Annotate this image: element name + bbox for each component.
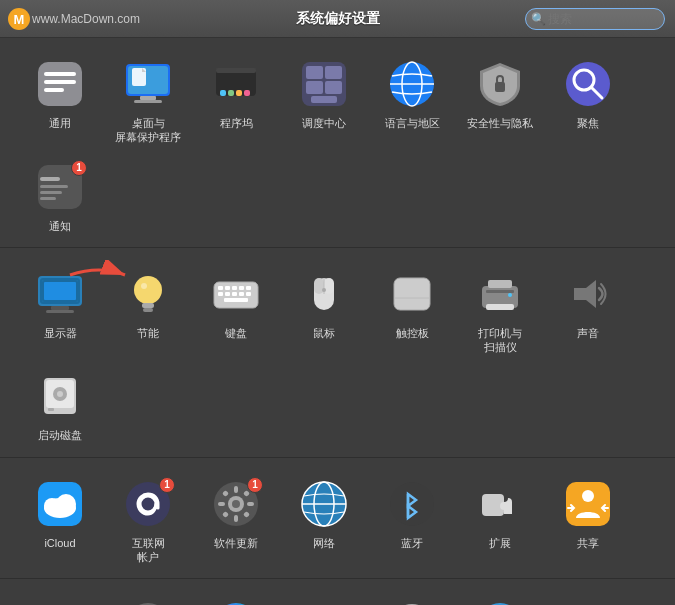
dock-icon [208,56,264,112]
extensions-icon [472,476,528,532]
pref-item-users[interactable]: 用户与群组 [16,591,104,605]
parental-icon [120,597,176,605]
pref-item-spotlight[interactable]: 聚焦 [544,50,632,134]
sound-label: 声音 [577,326,599,340]
pref-item-sharing[interactable]: 共享 [544,470,632,554]
section-4: 用户与群组 家长控制 [0,579,675,605]
svg-point-78 [57,391,63,397]
keyboard-icon [208,266,264,322]
svg-rect-43 [44,282,76,300]
extensions-label: 扩展 [489,536,511,550]
svg-text:M: M [14,12,25,27]
internetaccounts-icon: 1 [120,476,176,532]
mouse-label: 鼠标 [313,326,335,340]
svg-rect-92 [247,502,254,506]
language-icon [384,56,440,112]
svg-rect-71 [486,304,514,310]
section-1: 通用 桌面与 屏幕保护程序 [0,38,675,248]
svg-rect-53 [239,286,244,290]
pref-item-network[interactable]: 网络 [280,470,368,554]
section-3-inner: iCloud 1 互联网 帐户 [16,470,659,569]
pref-item-energy[interactable]: 节能 [104,260,192,344]
displays-icon [32,266,88,322]
section-2-inner: 显示器 节能 [16,260,659,447]
svg-rect-35 [40,191,62,194]
printers-icon [472,266,528,322]
pref-item-trackpad[interactable]: 触控板 [368,260,456,344]
sharing-label: 共享 [577,536,599,550]
softwareupdate-badge: 1 [247,477,263,493]
svg-rect-104 [566,482,610,526]
pref-item-general[interactable]: 通用 [16,50,104,134]
mouse-icon [296,266,352,322]
macdown-logo: M [8,8,30,30]
spotlight-icon [560,56,616,112]
search-icon: 🔍 [531,12,546,26]
sections-container: 通用 桌面与 屏幕保护程序 [0,38,675,605]
bluetooth-icon [384,476,440,532]
security-icon [472,56,528,112]
svg-rect-17 [244,90,250,96]
pref-item-internetaccounts[interactable]: 1 互联网 帐户 [104,470,192,569]
pref-item-timemachine[interactable]: 时间机器 [368,591,456,605]
svg-rect-50 [218,286,223,290]
search-bar: 🔍 [525,8,665,30]
pref-item-icloud[interactable]: iCloud [16,470,104,554]
svg-point-47 [141,283,147,289]
pref-item-keyboard[interactable]: 键盘 [192,260,280,344]
pref-item-mission[interactable]: 调度中心 [280,50,368,134]
pref-item-displays[interactable]: 显示器 [16,260,104,344]
pref-item-printers[interactable]: 打印机与 扫描仪 [456,260,544,359]
pref-item-notifications[interactable]: 1 通知 [16,153,104,237]
pref-item-accessibility[interactable]: 辅助功能 [456,591,544,605]
pref-item-extensions[interactable]: 扩展 [456,470,544,554]
language-label: 语言与地区 [385,116,440,130]
pref-item-startup[interactable]: 启动磁盘 [16,362,104,446]
svg-rect-39 [51,306,69,310]
displays-label: 显示器 [44,326,77,340]
dock-label: 程序坞 [220,116,253,130]
pref-item-security[interactable]: 安全性与隐私 [456,50,544,134]
pref-item-siri[interactable]: Siri [192,591,280,605]
security-label: 安全性与隐私 [467,116,533,130]
pref-item-sound[interactable]: 声音 [544,260,632,344]
svg-rect-62 [314,278,324,294]
svg-rect-76 [48,408,54,411]
keyboard-label: 键盘 [225,326,247,340]
pref-item-datetime[interactable]: JUL 18 日期与时间 [280,591,368,605]
pref-item-language[interactable]: 语言与地区 [368,50,456,134]
svg-rect-23 [311,96,337,103]
pref-item-desktop[interactable]: 桌面与 屏幕保护程序 [104,50,192,149]
notifications-label: 通知 [49,219,71,233]
pref-item-dock[interactable]: 程序坞 [192,50,280,134]
pref-item-mouse[interactable]: 鼠标 [280,260,368,344]
svg-rect-70 [488,280,512,288]
datetime-icon: JUL 18 [296,597,352,605]
svg-rect-9 [134,100,162,103]
startup-label: 启动磁盘 [38,428,82,442]
svg-rect-60 [224,298,248,302]
svg-point-29 [566,62,610,106]
pref-item-softwareupdate[interactable]: 1 软件更新 [192,470,280,554]
svg-rect-89 [234,486,238,493]
svg-rect-14 [220,90,226,96]
svg-rect-54 [246,286,251,290]
svg-rect-22 [325,81,342,94]
svg-point-88 [232,500,240,508]
svg-point-65 [322,288,326,292]
svg-rect-51 [225,286,230,290]
svg-rect-56 [225,292,230,296]
pref-item-bluetooth[interactable]: 蓝牙 [368,470,456,554]
startup-icon [32,368,88,424]
users-icon [32,597,88,605]
softwareupdate-icon: 1 [208,476,264,532]
svg-marker-73 [574,280,596,308]
pref-item-parental[interactable]: 家长控制 [104,591,192,605]
search-input[interactable] [525,8,665,30]
svg-rect-52 [232,286,237,290]
svg-rect-66 [394,278,430,310]
svg-rect-4 [44,80,76,84]
softwareupdate-label: 软件更新 [214,536,258,550]
svg-rect-3 [44,72,76,76]
svg-point-83 [56,494,76,514]
